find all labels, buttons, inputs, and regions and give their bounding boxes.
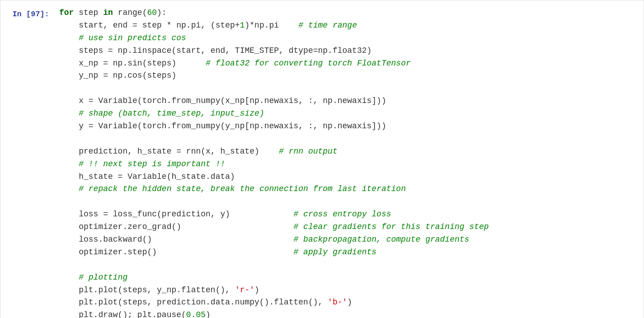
code-line-1: for step in range(60): (59, 7, 635, 19)
code-line-8: # shape (batch, time_step, input_size) (59, 108, 635, 120)
code-line-18: # plotting (59, 271, 635, 284)
code-line-blank3 (59, 196, 635, 208)
code-line-16: loss.backward() # backpropagation, compu… (59, 234, 635, 246)
code-line-10: prediction, h_state = rnn(x, h_state) # … (59, 145, 635, 158)
code-line-20: plt.plot(steps, prediction.data.numpy().… (59, 296, 635, 309)
code-line-11: # !! next step is important !! (59, 158, 635, 171)
code-line-blank1 (59, 82, 635, 95)
code-line-17: optimizer.step() # apply gradients (59, 246, 635, 259)
cell-content[interactable]: for step in range(60): start, end = step… (55, 0, 644, 318)
code-line-blank4 (59, 259, 635, 271)
notebook-cell: In [97]: for step in range(60): start, e… (0, 0, 644, 318)
code-line-21: plt.draw(); plt.pause(0.05) (59, 309, 635, 318)
code-line-3: # use sin predicts cos (59, 32, 635, 45)
code-line-6: y_np = np.cos(steps) (59, 70, 635, 82)
code-line-7: x = Variable(torch.from_numpy(x_np[np.ne… (59, 95, 635, 108)
code-line-15: optimizer.zero_grad() # clear gradients … (59, 221, 635, 234)
code-line-5: x_np = np.sin(steps) # float32 for conve… (59, 57, 635, 70)
code-line-4: steps = np.linspace(start, end, TIME_STE… (59, 45, 635, 57)
cell-label: In [97]: (0, 0, 55, 318)
code-line-12: h_state = Variable(h_state.data) (59, 171, 635, 183)
code-line-19: plt.plot(steps, y_np.flatten(), 'r-') (59, 284, 635, 297)
code-line-2: start, end = step * np.pi, (step+1)*np.p… (59, 19, 635, 32)
code-line-blank2 (59, 133, 635, 145)
code-line-14: loss = loss_func(prediction, y) # cross … (59, 208, 635, 221)
code-line-9: y = Variable(torch.from_numpy(y_np[np.ne… (59, 120, 635, 133)
code-line-13: # repack the hidden state, break the con… (59, 183, 635, 196)
